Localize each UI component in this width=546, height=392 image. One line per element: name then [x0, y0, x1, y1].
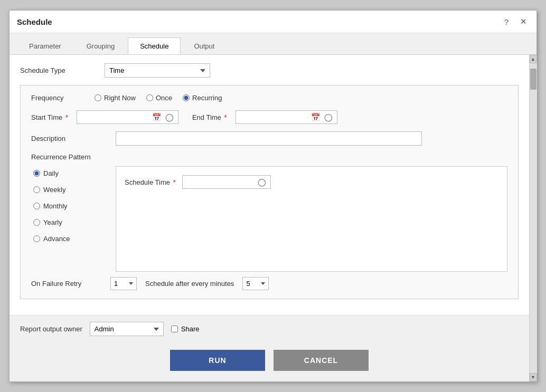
- schedule-type-label: Schedule Type: [20, 66, 105, 74]
- failure-count-select[interactable]: 1 2 3: [110, 277, 137, 290]
- scrollbar: ▲ ▼: [529, 55, 536, 381]
- recurrence-radio-advance[interactable]: [33, 235, 40, 242]
- scrollbar-up-arrow[interactable]: ▲: [530, 55, 537, 63]
- tab-grouping[interactable]: Grouping: [74, 37, 127, 54]
- schedule-type-select[interactable]: Time Event: [105, 63, 210, 78]
- recurrence-weekly[interactable]: Weekly: [31, 183, 116, 197]
- recurrence-label-advance: Advance: [43, 235, 70, 243]
- end-time-label: End Time *: [192, 113, 227, 121]
- dialog-main: Schedule Type Time Event Frequency: [10, 55, 529, 381]
- report-output-owner-label: Report output owner: [20, 325, 82, 333]
- tab-parameter[interactable]: Parameter: [17, 37, 73, 54]
- recurrence-radio-monthly[interactable]: [33, 203, 40, 209]
- recurrence-monthly[interactable]: Monthly: [31, 199, 116, 213]
- recurrence-radio-yearly[interactable]: [33, 219, 40, 226]
- schedule-time-row: Schedule Time * ◯: [125, 175, 498, 189]
- recurrence-detail-panel: Schedule Time * ◯: [116, 166, 507, 272]
- tab-output[interactable]: Output: [182, 37, 227, 54]
- dialog-title: Schedule: [17, 17, 52, 26]
- schedule-time-label: Schedule Time *: [125, 178, 176, 186]
- schedule-inner-box: Frequency Right Now Once: [20, 85, 519, 299]
- footer-row: Report output owner Admin User1 Share: [10, 315, 529, 342]
- title-bar-controls: ? ✕: [502, 16, 529, 27]
- time-row: Start Time * 📅 ◯ End Time *: [31, 110, 507, 124]
- failure-retry-label: On Failure Retry: [31, 280, 105, 288]
- description-label: Description: [31, 135, 116, 142]
- tab-bar: Parameter Grouping Schedule Output: [10, 33, 536, 55]
- share-checkbox[interactable]: [171, 326, 178, 332]
- recurrence-yearly[interactable]: Yearly: [31, 215, 116, 230]
- start-time-input[interactable]: [80, 113, 149, 121]
- recurrence-body: Daily Weekly Monthly: [31, 166, 507, 272]
- end-time-required: *: [224, 113, 227, 121]
- freq-radio-rightnow[interactable]: [95, 94, 101, 101]
- recurrence-radio-daily[interactable]: [33, 170, 40, 177]
- schedule-time-input[interactable]: [186, 178, 255, 186]
- end-time-calendar-icon[interactable]: 📅: [310, 113, 321, 121]
- frequency-label: Frequency: [31, 94, 95, 102]
- share-label: Share: [181, 325, 200, 333]
- freq-option-rightnow[interactable]: Right Now: [95, 94, 136, 102]
- share-wrap: Share: [171, 325, 200, 333]
- cancel-button[interactable]: CANCEL: [274, 350, 369, 371]
- recurrence-section: Recurrence Pattern Daily Weekly: [31, 153, 507, 272]
- freq-radio-recurring[interactable]: [183, 94, 190, 101]
- failure-retry-row: On Failure Retry 1 2 3 Schedule after ev…: [31, 277, 507, 290]
- scrollbar-thumb[interactable]: [530, 69, 536, 90]
- freq-option-recurring[interactable]: Recurring: [183, 94, 222, 102]
- end-time-input[interactable]: [239, 113, 308, 121]
- scrollbar-down-arrow[interactable]: ▼: [530, 373, 537, 381]
- frequency-options: Right Now Once Recurring: [95, 94, 222, 102]
- owner-select[interactable]: Admin User1: [90, 322, 164, 336]
- scrollbar-track: [530, 63, 537, 373]
- help-button[interactable]: ?: [502, 16, 511, 27]
- schedule-time-clock-icon[interactable]: ◯: [257, 178, 267, 186]
- schedule-time-input-wrap: ◯: [182, 175, 271, 189]
- recurrence-label-weekly: Weekly: [43, 186, 65, 194]
- schedule-time-required: *: [173, 178, 176, 186]
- end-time-clock-icon[interactable]: ◯: [323, 113, 334, 121]
- schedule-after-label: Schedule after every minutes: [145, 280, 234, 288]
- recurrence-advance[interactable]: Advance: [31, 232, 116, 246]
- recurrence-radio-weekly[interactable]: [33, 186, 40, 193]
- tab-schedule[interactable]: Schedule: [128, 37, 181, 54]
- button-row: RUN CANCEL: [10, 342, 529, 381]
- start-time-clock-icon[interactable]: ◯: [164, 113, 175, 121]
- recurrence-daily[interactable]: Daily: [31, 166, 116, 180]
- description-input[interactable]: [116, 131, 422, 146]
- recurrence-label-yearly: Yearly: [43, 218, 62, 226]
- recurrence-options: Daily Weekly Monthly: [31, 166, 116, 272]
- freq-option-once[interactable]: Once: [146, 94, 172, 102]
- frequency-row: Frequency Right Now Once: [31, 94, 507, 102]
- recurrence-label-daily: Daily: [43, 169, 59, 177]
- freq-label-once: Once: [156, 94, 172, 102]
- freq-label-recurring: Recurring: [192, 94, 222, 102]
- start-time-required: *: [65, 113, 68, 121]
- recurrence-pattern-label: Recurrence Pattern: [31, 153, 507, 161]
- content-area: Schedule Type Time Event Frequency: [10, 55, 529, 315]
- start-time-label: Start Time *: [31, 113, 68, 121]
- start-time-calendar-icon[interactable]: 📅: [151, 113, 162, 121]
- close-button[interactable]: ✕: [518, 16, 529, 27]
- recurrence-label-monthly: Monthly: [43, 202, 68, 210]
- schedule-type-row: Schedule Type Time Event: [20, 63, 519, 78]
- title-bar: Schedule ? ✕: [10, 11, 536, 33]
- dialog-body: Schedule Type Time Event Frequency: [10, 55, 536, 381]
- description-row: Description: [31, 131, 507, 146]
- freq-label-rightnow: Right Now: [104, 94, 136, 102]
- interval-select[interactable]: 5 10 15 30: [242, 277, 269, 290]
- end-time-input-wrap: 📅 ◯: [236, 110, 337, 124]
- schedule-dialog: Schedule ? ✕ Parameter Grouping Schedule…: [9, 10, 537, 382]
- run-button[interactable]: RUN: [170, 350, 265, 371]
- start-time-input-wrap: 📅 ◯: [77, 110, 178, 124]
- freq-radio-once[interactable]: [146, 94, 153, 101]
